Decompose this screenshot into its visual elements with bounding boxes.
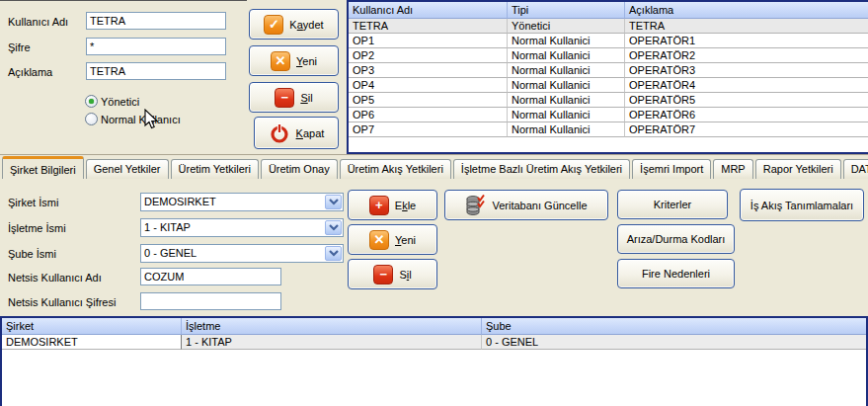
tab-dat-yetkileri[interactable]: DAT Yetkileri (843, 159, 868, 179)
chevron-down-icon[interactable] (325, 220, 342, 235)
cell: TETRA (625, 19, 868, 34)
delete-button-label: Sil (300, 92, 312, 104)
cell: Normal Kullanici (508, 108, 625, 122)
criteria-label: Kriterler (654, 199, 692, 210)
table-row-selected[interactable]: TETRA Yönetici TETRA (349, 19, 868, 34)
new-button-label: Yeni (296, 55, 317, 67)
save-button-label: Kaydet (289, 19, 323, 31)
admin-radio[interactable] (85, 95, 98, 108)
user-management-window: Kullanıcı Adı Şifre Açıklama Yönetici No… (0, 0, 868, 406)
x-icon: ✕ (271, 51, 290, 71)
column-header[interactable]: Kullanıcı Adı (349, 2, 508, 19)
plant-select[interactable]: 1 - KITAP (140, 218, 344, 237)
chevron-down-icon[interactable] (325, 246, 342, 261)
tab-mrp[interactable]: MRP (713, 159, 752, 179)
company-select-value: DEMOSIRKET (144, 196, 216, 207)
cell: Yönetici (508, 19, 625, 34)
tab-isletme-bazli-uretim-akis-yetkileri[interactable]: İşletme Bazlı Üretim Akış Yetkileri (453, 159, 630, 179)
delete-company-button-label: Sil (399, 269, 411, 281)
netsis-username-input[interactable] (140, 268, 281, 285)
tab-sirket-bilgileri[interactable]: Şirket Bilgileri (2, 156, 84, 179)
table-row-selected[interactable]: DEMOSIRKET 1 - KITAP 0 - GENEL (2, 335, 866, 350)
plant-select-value: 1 - KITAP (144, 221, 191, 233)
fault-codes-button[interactable]: Arıza/Durma Kodları (617, 224, 735, 254)
database-update-button[interactable]: Veritabanı Güncelle (444, 190, 608, 220)
normal-user-radio[interactable] (85, 113, 98, 125)
netsis-password-input[interactable] (140, 292, 281, 310)
chevron-down-icon[interactable] (325, 195, 342, 209)
users-grid: Kullanıcı Adı Tipi Açıklama TETRA Yöneti… (347, 0, 868, 154)
tab-uretim-akis-yetkileri[interactable]: Üretim Akış Yetkileri (340, 159, 451, 179)
database-update-label: Veritabanı Güncelle (492, 200, 587, 211)
plus-icon: + (369, 196, 389, 215)
cell: OPERATÖR7 (625, 122, 868, 137)
close-button-label: Kapat (296, 127, 325, 139)
table-row[interactable]: OP5 Normal Kullanici OPERATÖR5 (349, 93, 868, 108)
description-input[interactable] (86, 62, 226, 80)
panel-top-border (0, 0, 247, 1)
tab-rapor-yetkileri[interactable]: Rapor Yetkileri (755, 159, 841, 179)
plant-name-label: İşletme İsmi (8, 222, 66, 234)
table-row[interactable]: OP3 Normal Kullanici OPERATÖR3 (349, 63, 868, 78)
branch-select-value: 0 - GENEL (144, 247, 197, 259)
table-row[interactable]: OP4 Normal Kullanici OPERATÖR4 (349, 78, 868, 93)
branch-name-label: Şube İsmi (8, 248, 56, 260)
cell: OPERATÖR2 (625, 48, 868, 63)
add-button[interactable]: + Ekle (348, 190, 437, 220)
tab-uretim-onay[interactable]: Üretim Onay (261, 159, 338, 179)
column-header[interactable]: Tipi (508, 2, 625, 19)
workflow-definitions-button[interactable]: İş Akış Tanımlamaları (740, 189, 864, 221)
cell: 0 - GENEL (482, 335, 866, 350)
cell: OPERATÖR3 (625, 63, 868, 78)
password-input[interactable] (86, 38, 226, 55)
column-header[interactable]: Şube (482, 318, 866, 335)
cell: OPERATÖR1 (625, 34, 868, 48)
cell: OPERATÖR6 (625, 108, 868, 122)
criteria-button[interactable]: Kriterler (617, 190, 728, 219)
cell: OPERATÖR4 (625, 78, 868, 93)
cell-focused: DEMOSIRKET (2, 335, 182, 350)
close-button[interactable]: Kapat (254, 117, 339, 149)
branch-select[interactable]: 0 - GENEL (140, 244, 344, 263)
minus-icon: − (373, 265, 393, 284)
cell: OP6 (349, 108, 508, 122)
cell: TETRA (349, 19, 508, 34)
cell: OP1 (349, 34, 508, 48)
column-header[interactable]: Açıklama (625, 2, 868, 19)
cell: Normal Kullanici (508, 34, 625, 48)
companies-grid: Şirket İşletme Şube DEMOSIRKET 1 - KITAP… (0, 316, 868, 406)
scrap-reasons-button[interactable]: Fire Nedenleri (617, 259, 735, 288)
workflow-definitions-label: İş Akış Tanımlamaları (750, 200, 853, 211)
table-row[interactable]: OP1 Normal Kullanici OPERATÖR1 (349, 34, 868, 48)
normal-user-radio-label[interactable]: Normal Kullanıcı (101, 114, 181, 125)
table-row[interactable]: OP7 Normal Kullanici OPERATÖR7 (349, 122, 868, 137)
column-header[interactable]: İşletme (182, 318, 482, 335)
database-icon (465, 195, 486, 216)
delete-button[interactable]: − Sil (249, 82, 339, 113)
table-row[interactable]: OP2 Normal Kullanici OPERATÖR2 (349, 48, 868, 63)
check-icon: ✓ (264, 15, 283, 35)
cell: Normal Kullanici (508, 78, 625, 93)
new-button[interactable]: ✕ Yeni (249, 45, 339, 76)
save-button[interactable]: ✓ Kaydet (249, 9, 339, 40)
new-company-button[interactable]: ✕ Yeni (348, 224, 437, 255)
companies-grid-header: Şirket İşletme Şube (2, 318, 866, 335)
cell: OP4 (349, 78, 508, 93)
tab-genel-yetkiler[interactable]: Genel Yetkiler (86, 159, 169, 179)
table-row[interactable]: OP6 Normal Kullanici OPERATÖR6 (349, 108, 868, 122)
tab-bar: Şirket Bilgileri Genel Yetkiler Üretim Y… (0, 154, 868, 179)
cell: Normal Kullanici (508, 63, 625, 78)
admin-radio-label[interactable]: Yönetici (101, 96, 139, 108)
delete-company-button[interactable]: − Sil (348, 259, 437, 289)
cell: Normal Kullanici (508, 48, 625, 63)
cell: OP5 (349, 93, 508, 108)
username-input[interactable] (86, 12, 226, 30)
description-label: Açıklama (8, 66, 52, 78)
x-icon: ✕ (369, 230, 389, 250)
new-company-button-label: Yeni (395, 234, 416, 246)
tab-isemri-import[interactable]: İşemri Import (632, 159, 711, 179)
column-header[interactable]: Şirket (2, 318, 182, 335)
users-grid-header: Kullanıcı Adı Tipi Açıklama (349, 2, 868, 19)
tab-uretim-yetkileri[interactable]: Üretim Yetkileri (171, 159, 259, 179)
company-select[interactable]: DEMOSIRKET (140, 193, 344, 211)
